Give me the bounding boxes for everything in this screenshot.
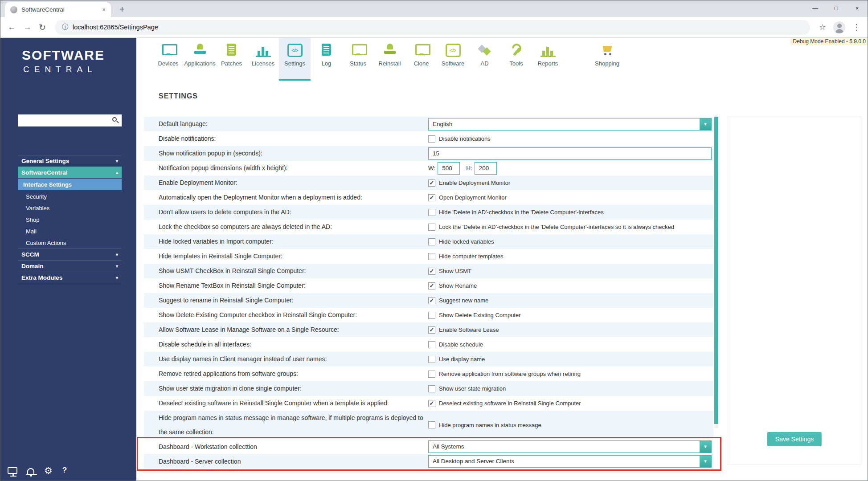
checkbox-remove-application-from-software-groups-wh[interactable] (428, 371, 435, 378)
checkbox-enable-deployment-monitor[interactable]: ✓ (428, 179, 435, 187)
setting-label: Automatically open the Deployment Monito… (159, 190, 428, 204)
toolbar-item-devices[interactable]: Devices (152, 38, 184, 81)
page-info-icon[interactable]: ⓘ (62, 23, 68, 31)
settings-row-use-display-names-in-client-manager-instea: Use display names in Client manager inst… (144, 352, 713, 367)
sidebar-item-mail[interactable]: Mail (18, 225, 122, 237)
search-icon[interactable] (112, 117, 117, 122)
toolbar-item-ad[interactable]: AD (469, 38, 500, 81)
checkbox-show-usmt[interactable]: ✓ (428, 268, 435, 275)
window-close-button[interactable]: × (847, 0, 868, 16)
help-icon[interactable]: ? (62, 466, 67, 475)
setting-label: Enable Deployment Monitor: (159, 175, 428, 190)
sidebar-item-sccm[interactable]: SCCM▾ (18, 249, 122, 260)
logo-central: CENTRAL (23, 65, 97, 74)
settings-row-deselect-existing-software-in-reinstall-si: Deselect existing software in Reinstall … (144, 396, 713, 411)
toolbar-item-patches[interactable]: Patches (216, 38, 247, 81)
bookmark-star-icon[interactable]: ☆ (819, 22, 826, 32)
toolbar-item-log[interactable]: Log (311, 38, 342, 81)
browser-menu-icon[interactable]: ⋮ (852, 22, 860, 32)
checkbox-hide-program-names-in-status-message[interactable] (428, 421, 435, 428)
bell-icon[interactable] (27, 468, 34, 474)
sidebar-item-security[interactable]: Security (18, 191, 122, 202)
sidebar-item-general-settings[interactable]: General Settings▾ (18, 155, 122, 167)
settings-row-show-delete-existing-computer-checkbox-in-: Show Delete Existing Computer checkbox i… (144, 308, 713, 322)
toolbar-item-reinstall[interactable]: Reinstall (374, 38, 405, 81)
settings-row-dashboard-workstation-collecttion: Dashboard - Workstation collecttionAll S… (144, 439, 713, 454)
toolbar-item-applications[interactable]: Applications (184, 38, 216, 81)
scrollbar-thumb[interactable] (714, 117, 718, 424)
dropdown-dashboard-workstation-collecttion[interactable]: All Systems▾ (428, 440, 712, 453)
sidebar-item-interface-settings[interactable]: Interface Settings (18, 179, 122, 190)
checkbox-show-delete-existing-computer[interactable] (428, 312, 435, 319)
checkbox-lock-the-delete-in-ad-checkbox-in-the-dele[interactable] (428, 224, 435, 231)
checkbox-disable-schedule[interactable] (428, 341, 435, 348)
sidebar-item-variables[interactable]: Variables (18, 202, 122, 214)
checkbox-show-rename[interactable]: ✓ (428, 282, 435, 289)
checkbox-deselect-existing-software-in-reinstall-si[interactable]: ✓ (428, 400, 435, 407)
width-input[interactable] (438, 162, 460, 175)
profile-avatar[interactable] (833, 21, 845, 33)
toolbar-item-label: Log (322, 60, 332, 67)
tab-close-icon[interactable]: × (102, 6, 106, 13)
search-input[interactable] (18, 114, 122, 126)
sidebar-item-label: Security (26, 193, 118, 200)
checkbox-show-user-state-migration[interactable] (428, 385, 435, 392)
toolbar-item-shopping[interactable]: Shopping (591, 38, 623, 81)
sidebar-item-label: Mail (26, 228, 118, 235)
setting-label: Show Delete Existing Computer checkbox i… (159, 308, 428, 322)
sidebar-item-domain[interactable]: Domain▾ (18, 260, 122, 272)
gear-icon[interactable]: ⚙ (44, 466, 53, 475)
toolbar-item-clone[interactable]: Clone (405, 38, 437, 81)
dropdown-arrow-icon[interactable]: ▾ (700, 456, 711, 467)
checkbox-hide-delete-in-ad-checkbox-in-the-delete-c[interactable] (428, 209, 435, 216)
checkbox-suggest-new-name[interactable]: ✓ (428, 297, 435, 304)
browser-tab[interactable]: SoftwareCentral × (5, 2, 111, 17)
back-icon[interactable]: ← (8, 22, 16, 32)
toolbar-item-licenses[interactable]: Licenses (247, 38, 279, 81)
dropdown-default-language[interactable]: English▾ (428, 118, 712, 130)
toolbar-item-label: Tools (509, 60, 523, 67)
sidebar-item-custom-actions[interactable]: Custom Actions (18, 237, 122, 249)
monitor-icon[interactable] (8, 467, 17, 474)
setting-label: Disable notifications: (159, 131, 428, 146)
sidebar-item-extra-modules[interactable]: Extra Modules▾ (18, 272, 122, 283)
reload-icon[interactable]: ↻ (39, 22, 46, 33)
toolbar-item-settings[interactable]: </>Settings (279, 38, 311, 81)
toolbar-item-status[interactable]: Status (342, 38, 374, 81)
browser-navbar: ← → ↻ ⓘ localhost:62865/SettingsPage ☆ ⋮ (0, 17, 868, 38)
toolbar-item-label: Reports (538, 60, 558, 67)
checkbox-use-display-name[interactable] (428, 356, 435, 363)
checkbox-label: Hide computer templates (439, 253, 504, 260)
url-bar[interactable]: ⓘ localhost:62865/SettingsPage (55, 20, 810, 35)
tab-title: SoftwareCentral (21, 6, 98, 13)
setting-label: Deselect existing software in Reinstall … (159, 396, 428, 410)
checkbox-open-deployment-monitor[interactable]: ✓ (428, 194, 435, 201)
checkbox-hide-locked-variables[interactable] (428, 238, 435, 245)
height-input[interactable] (475, 162, 497, 175)
scrollbar-track[interactable] (714, 117, 718, 428)
forward-icon[interactable]: → (23, 22, 32, 32)
shopping-icon (600, 44, 615, 57)
save-settings-button[interactable]: Save Settings (767, 432, 822, 446)
toolbar-item-reports[interactable]: Reports (532, 38, 564, 81)
dropdown-arrow-icon[interactable]: ▾ (700, 118, 711, 130)
dropdown-value: All Desktop and Server Clients (429, 456, 700, 467)
dropdown-arrow-icon[interactable]: ▾ (700, 441, 711, 452)
sidebar-item-softwarecentral[interactable]: SoftwareCentral▴ (18, 167, 122, 178)
checkbox-enable-software-lease[interactable]: ✓ (428, 326, 435, 334)
status-icon (351, 44, 366, 57)
checkbox-hide-computer-templates[interactable] (428, 253, 435, 260)
toolbar-item-tools[interactable]: Tools (500, 38, 532, 81)
setting-label: Hide templates in Reinstall Single Compu… (159, 249, 428, 263)
dropdown-dashboard-server-collection[interactable]: All Desktop and Server Clients▾ (428, 455, 712, 468)
checkbox-label: Disable schedule (439, 341, 483, 348)
new-tab-button[interactable]: + (115, 3, 129, 16)
checkbox-label: Show Rename (439, 282, 477, 289)
sidebar-item-shop[interactable]: Shop (18, 214, 122, 225)
toolbar-item-software[interactable]: </>Software (437, 38, 469, 81)
checkbox-label: Show USMT (439, 268, 471, 274)
input-show-notification-popup-in-seconds[interactable] (428, 147, 712, 160)
window-maximize-button[interactable]: □ (826, 0, 847, 16)
checkbox-disable-notifications[interactable] (428, 135, 435, 143)
window-minimize-button[interactable]: — (805, 0, 826, 16)
